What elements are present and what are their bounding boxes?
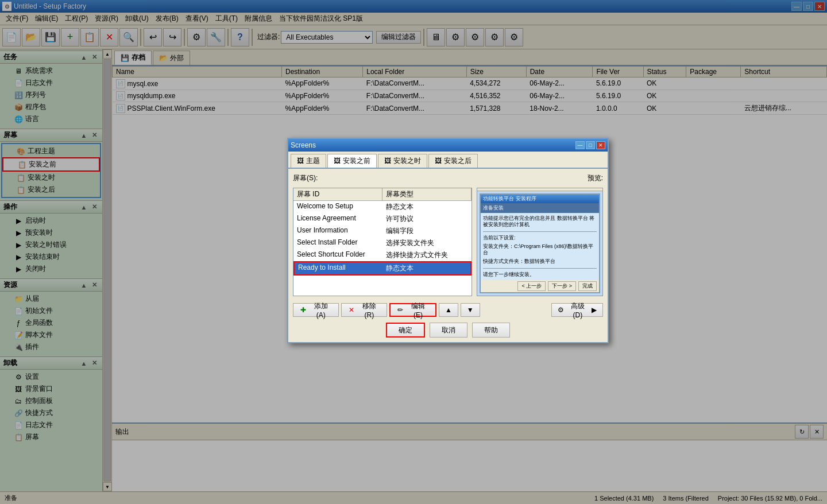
modal-action-buttons: 确定 取消 帮助 [288, 319, 608, 342]
screen-type-cell: 选择快捷方式文件夹 [382, 250, 472, 261]
preview-settings-title: 当前以下设置: [483, 235, 597, 242]
preview-body-text: 功能提示您已有完全的信息并且 数据转换平台 将被安装到您的计算机 [483, 215, 597, 228]
remove-label: 移除(R) [358, 301, 381, 319]
modal-tab-during-label: 安装之时 [393, 156, 421, 166]
screens-list-item[interactable]: Ready to Install静态文本 [293, 261, 472, 276]
edit-screen-button[interactable]: ✏ 编辑(E) [389, 303, 436, 317]
preview-content: 功能转换平台 安装程序 准备安装 功能提示您已有完全的信息并且 数据转换平台 将… [477, 191, 602, 296]
modal-tab-during-icon: 🖼 [384, 157, 391, 165]
screen-type-cell: 编辑字段 [382, 226, 472, 237]
modal-footer: ✚ 添加(A) ✕ 移除(R) ✏ 编辑(E) ▲ ▼ ⚙ 高级(D) ▶ [288, 301, 608, 319]
screens-preview: 功能转换平台 安装程序 准备安装 功能提示您已有完全的信息并且 数据转换平台 将… [477, 188, 603, 297]
screens-list-item[interactable]: Welcome to Setup静态文本 [293, 201, 472, 213]
remove-icon: ✕ [347, 306, 355, 314]
screens-list-body: Welcome to Setup静态文本License Agreement许可协… [293, 201, 472, 276]
advanced-button[interactable]: ⚙ 高级(D) ▶ [551, 303, 603, 317]
move-up-button[interactable]: ▲ [439, 303, 458, 317]
modal-body: 屏幕(S): 预览: 屏幕 ID 屏幕类型 Welcome to Setup静态… [288, 169, 608, 301]
preview-label: 预览: [588, 173, 603, 183]
add-screen-button[interactable]: ✚ 添加(A) [293, 303, 339, 317]
preview-link: 请您下一步继续安装。 [483, 272, 597, 278]
screen-id-header[interactable]: 屏幕 ID [293, 188, 382, 200]
modal-close-btn[interactable]: ✕ [596, 141, 605, 149]
ok-button[interactable]: 确定 [386, 323, 425, 338]
screens-list-item[interactable]: User Information编辑字段 [293, 225, 472, 237]
screens-area: 屏幕 ID 屏幕类型 Welcome to Setup静态文本License A… [293, 188, 603, 297]
preview-separator2 [483, 268, 597, 269]
cancel-button[interactable]: 取消 [430, 323, 467, 338]
screen-id-cell: Select Install Folder [293, 238, 382, 249]
screens-label: 屏幕(S): [293, 173, 318, 183]
modal-tab-after-install[interactable]: 🖼 安装之后 [428, 154, 478, 168]
preview-body: 功能提示您已有完全的信息并且 数据转换平台 将被安装到您的计算机 当前以下设置:… [481, 213, 599, 281]
screens-list-item[interactable]: License Agreement许可协议 [293, 213, 472, 225]
preview-window: 功能转换平台 安装程序 准备安装 功能提示您已有完全的信息并且 数据转换平台 将… [480, 193, 600, 294]
screen-type-cell: 静态文本 [382, 201, 472, 212]
preview-win-title: 功能转换平台 安装程序 [481, 195, 599, 203]
preview-back-btn[interactable]: < 上一步 [517, 281, 546, 291]
advanced-icon: ⚙ [558, 306, 564, 314]
remove-screen-button[interactable]: ✕ 移除(R) [341, 303, 387, 317]
edit-label: 编辑(E) [407, 301, 430, 319]
preview-finish-btn[interactable]: 完成 [578, 281, 597, 291]
screens-list-header: 屏幕 ID 屏幕类型 [293, 188, 472, 201]
add-icon: ✚ [299, 306, 307, 314]
preview-next-btn[interactable]: 下一步 > [548, 281, 576, 291]
modal-tabs: 🖼 主题 🖼 安装之前 🖼 安装之时 🖼 安装之后 [288, 152, 608, 169]
preview-setting2: 快捷方式文件夹：数据转换平台 [483, 258, 597, 265]
modal-title-bar: Screens — □ ✕ [288, 139, 608, 152]
preview-win-title-text: 功能转换平台 安装程序 [483, 196, 536, 201]
screens-list-item[interactable]: Select Shortcut Folder选择快捷方式文件夹 [293, 249, 472, 261]
screens-list-panel: 屏幕 ID 屏幕类型 Welcome to Setup静态文本License A… [293, 188, 472, 297]
modal-tab-after-label: 安装之后 [444, 156, 472, 166]
add-label: 添加(A) [310, 301, 333, 319]
modal-title-buttons: — □ ✕ [575, 141, 605, 149]
screens-modal: Screens — □ ✕ 🖼 主题 🖼 安装之前 🖼 安装之时 🖼 [287, 138, 609, 344]
screen-type-cell: 选择安装文件夹 [382, 238, 472, 249]
screen-id-cell: Ready to Install [295, 263, 382, 274]
modal-tab-main-label: 主题 [306, 156, 320, 166]
modal-overlay[interactable]: Screens — □ ✕ 🖼 主题 🖼 安装之前 🖼 安装之时 🖼 [0, 0, 827, 504]
screen-type-header[interactable]: 屏幕类型 [382, 188, 472, 200]
modal-tab-main-icon: 🖼 [297, 157, 304, 165]
screen-type-cell: 静态文本 [382, 263, 470, 274]
preview-footer: < 上一步 下一步 > 完成 [481, 280, 599, 292]
preview-subtitle: 准备安装 [483, 205, 504, 211]
advanced-arrow: ▶ [592, 306, 597, 314]
modal-minimize-btn[interactable]: — [575, 141, 585, 149]
modal-tab-after-icon: 🖼 [435, 157, 442, 165]
modal-maximize-btn[interactable]: □ [586, 141, 595, 149]
screens-list-item[interactable]: Select Install Folder选择安装文件夹 [293, 237, 472, 249]
screen-id-cell: Welcome to Setup [293, 201, 382, 212]
modal-tab-during-install[interactable]: 🖼 安装之时 [378, 154, 427, 168]
move-down-button[interactable]: ▼ [461, 303, 480, 317]
modal-title: Screens [291, 141, 316, 149]
edit-icon: ✏ [396, 306, 404, 314]
screen-type-cell: 许可协议 [382, 214, 472, 224]
modal-footer-left: ✚ 添加(A) ✕ 移除(R) ✏ 编辑(E) ▲ ▼ ⚙ 高级(D) ▶ [293, 303, 603, 317]
advanced-label: 高级(D) [566, 301, 589, 319]
modal-tab-before-icon: 🖼 [334, 157, 341, 165]
modal-tab-main[interactable]: 🖼 主题 [291, 154, 326, 168]
screen-id-cell: Select Shortcut Folder [293, 250, 382, 261]
help-button[interactable]: 帮助 [472, 323, 510, 338]
screen-id-cell: License Agreement [293, 214, 382, 224]
preview-separator [483, 231, 597, 232]
modal-tab-before-label: 安装之前 [343, 156, 370, 166]
screen-id-cell: User Information [293, 226, 382, 237]
modal-tab-before-install[interactable]: 🖼 安装之前 [327, 154, 377, 168]
preview-setting1: 安装文件夹：C:\Program Files (x86)\数据转换平台 [483, 243, 597, 257]
